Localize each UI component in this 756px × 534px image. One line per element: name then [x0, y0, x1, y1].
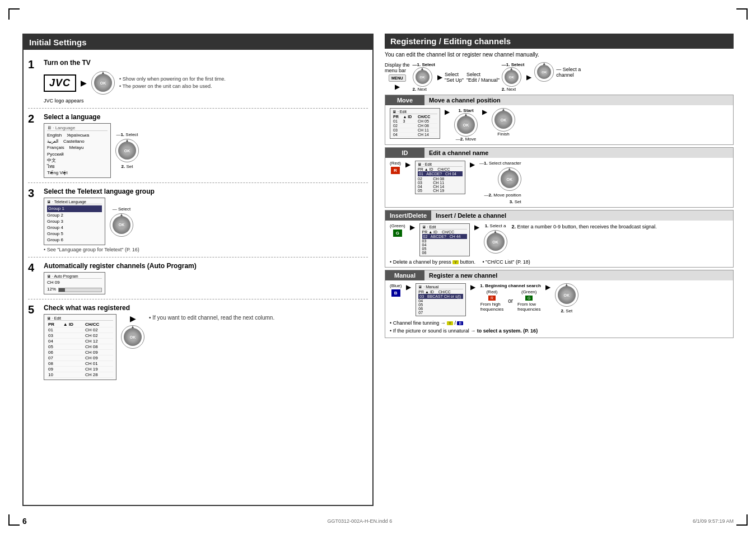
id-dial-inner: OK — [501, 170, 519, 188]
arrow-right-1: ▶ — [81, 78, 87, 87]
manual-arrow-1: ▶ — [406, 283, 411, 291]
edit-box-5: 🖥 · Edit PR ▲ ID CH/CC 01CH 02 03CH 02 — [44, 314, 116, 380]
insertdelete-title: Insert / Delete a channel — [431, 210, 733, 221]
id-more-rows-2: 03040506 — [422, 239, 467, 255]
step-4-title: Automatically register channels (Auto Pr… — [44, 262, 368, 270]
insertdelete-notes: • Delete a channel by press Y button. • … — [385, 259, 733, 267]
table-row: 07CH 09 — [47, 355, 113, 361]
group1-selected: Group 1 — [47, 205, 102, 212]
id-label: ID — [385, 148, 424, 158]
from-low: From lowfrequencies — [517, 302, 540, 312]
step-3-content: Select the Teletext language group 🖥 · T… — [44, 188, 368, 252]
id-step1: —1. Select character — [479, 161, 521, 166]
nav-step-channel: OK — Select achannel — [534, 62, 581, 82]
ch-label: CH 09 — [47, 280, 102, 285]
insertdelete-section: Insert/Delete Insert / Delete a channel … — [385, 210, 734, 268]
move-dial-area: 1. Start OK —2. Move — [454, 108, 478, 142]
step-3-title: Select the Teletext language group — [44, 188, 368, 195]
green-freq: (Green) G From lowfrequencies — [517, 289, 540, 312]
menu-button: MENU — [389, 74, 406, 82]
auto-header: 🖥 · Auto Program — [47, 274, 102, 279]
edit-dial: —1. Select OK 2. Next — [502, 62, 524, 92]
lang-header: 🖥 · Language — [47, 125, 108, 131]
move-edit-box: 🖥 · Edit PR▲ IDCH/CC 013CH 05 02CH 08 03… — [390, 108, 440, 139]
id-title: Edit a channel name — [424, 148, 733, 158]
teletext-groups: Group 2Group 3Group 4Group 5Group 6 — [47, 212, 102, 243]
table-row: 03CH 02 — [47, 333, 113, 339]
manual-title: Register a new channel — [424, 270, 733, 280]
id-insert-row: 02 ABCDE? CH 44 — [422, 234, 467, 239]
manual-freq-area: 1. Beginning channel search (Red) R From… — [480, 283, 540, 312]
ok-dial-5: OK — [121, 325, 144, 349]
move-arrow-1: ▶ — [445, 108, 450, 116]
edit-table: PR ▲ ID CH/CC 01CH 02 03CH 02 04CH 12 05… — [47, 322, 113, 378]
set-label-2: 2. Set — [122, 164, 133, 169]
left-section-title: Initial Settings — [24, 35, 372, 50]
table-row: 01CH 02 — [47, 327, 113, 333]
step-1-detail: • Show only when powering on for the fir… — [119, 76, 226, 91]
select-label-2: —1. Select — [116, 132, 138, 137]
progress-row: 12% — [47, 286, 102, 292]
right-column: Registering / Editing channels You can e… — [385, 34, 734, 506]
move-dial-finish: OK — [492, 108, 515, 132]
step-2-diagram: 🖥 · Language English Українська العربية … — [44, 123, 368, 178]
id-controls: —1. Select character OK —2. Move positio… — [479, 161, 521, 204]
manual-step1: 1. Beginning channel search — [480, 283, 540, 288]
ok-dial-inner-2: OK — [118, 142, 136, 160]
timestamp: 6/1/09 9:57:19 AM — [693, 518, 734, 524]
manual-box-header: 🖥 · Manual — [418, 285, 463, 289]
corner-mark-br — [736, 514, 748, 526]
step-5-note: • If you want to edit channel, read the … — [149, 314, 274, 322]
ok-dial-inner-5: OK — [124, 328, 142, 346]
page-bottom: 6 GGT0312-002A-H-EN.indd 6 6/1/09 9:57:1… — [22, 517, 734, 526]
step-5-controls: ▶ OK — [121, 314, 144, 349]
arrow-nav-3: ▶ — [526, 73, 531, 81]
nav-2next: 2. Next — [413, 87, 435, 92]
yellow-btn-2: Y — [447, 321, 453, 325]
manual-step2: 2. Set — [561, 308, 572, 313]
manual-note-1: • Channel fine tunning → Y / B — [390, 319, 729, 327]
manual-blue-label: (Blue) — [390, 283, 402, 288]
id-section: ID Edit a channel name (Red) R ▶ 🖥 · Edi… — [385, 147, 734, 208]
channel-nav-top: Display themenu bar MENU ▶ —1. Select OK… — [385, 62, 734, 92]
red-freq: (Red) R From highfrequencies — [480, 289, 503, 312]
manual-selected-row: 03 BBCAST CH or s(t) — [418, 294, 463, 299]
table-row: 013CH 05 — [393, 119, 437, 124]
move-dial: OK — [454, 113, 478, 137]
nav-step-edit: Select"Edit / Manual" —1. Select OK 2. N… — [466, 62, 531, 92]
manual-arrow-2: ▶ — [470, 283, 475, 291]
move-step2: —2. Move — [456, 137, 476, 142]
move-dial-inner: OK — [457, 116, 475, 134]
select-setup-label: Select"Set Up" — [445, 72, 464, 83]
table-row: 04CH 12 — [47, 339, 113, 344]
nav-dial-3: OK — [534, 62, 554, 82]
insertdelete-content: (Green) G ▶ 🖥 · Edit PR ▲ ID CH/CC 02 AB… — [385, 221, 733, 259]
step-3-diagram: 🖥 · Teletext Language Group 1 Group 2Gro… — [44, 198, 368, 245]
jvc-logo-appears: JVC logo appears — [44, 98, 368, 104]
id-content: (Red) R ▶ 🖥 · Edit PR ▲ ID CH/CC 01 ABCD… — [385, 158, 733, 207]
step-3-note: • See "Language group for Teletext" (P. … — [44, 247, 368, 252]
auto-program-box: 🖥 · Auto Program CH 09 12% — [44, 272, 105, 294]
step-2-number: 2 — [28, 113, 39, 124]
move-arrow-2: ▶ — [482, 108, 487, 116]
manual-content: (Blue) B ▶ 🖥 · Manual PR ▲ ID CH/CC 03 B… — [385, 280, 733, 319]
id-arrow-1: ▶ — [405, 161, 410, 168]
corner-mark-tl — [8, 8, 20, 20]
yellow-btn: Y — [452, 260, 459, 264]
manual-header: Manual Register a new channel — [385, 270, 733, 280]
step-4-content: Automatically register channels (Auto Pr… — [44, 262, 368, 294]
id-green-button: G — [393, 229, 402, 237]
id-row-header: PR ▲ ID CH/CC — [422, 230, 467, 234]
manual-blue-button: B — [391, 289, 400, 297]
table-row: 04CH 14 — [393, 133, 437, 137]
move-label: Move — [385, 95, 424, 105]
id-red-button: R — [391, 167, 400, 174]
progress-pct: 12% — [47, 287, 56, 292]
nav-step-setup: —1. Select OK 2. Next ▶ Select"Set Up" — [413, 62, 464, 92]
step-3: 3 Select the Teletext language group 🖥 ·… — [28, 183, 368, 257]
table-row: 02CH 08 — [393, 124, 437, 128]
nav-dial-2: OK — [502, 67, 521, 87]
manual-dial: OK — [555, 283, 578, 307]
step-1-content: Turn on the TV JVC ▶ OK • Show only when… — [44, 59, 368, 104]
manual-section: Manual Register a new channel (Blue) B ▶… — [385, 270, 734, 338]
